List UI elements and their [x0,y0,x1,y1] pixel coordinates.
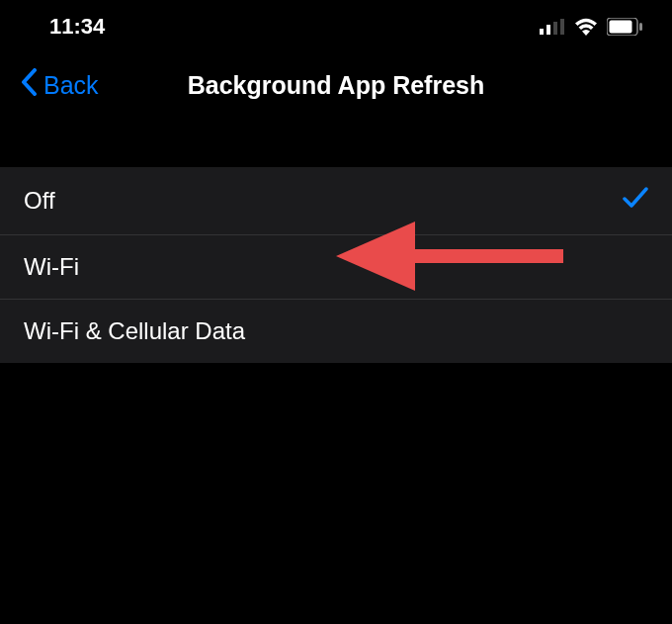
svg-rect-2 [553,22,557,35]
chevron-left-icon [20,67,38,104]
section-spacer [0,118,672,167]
battery-icon [607,18,642,36]
cellular-icon [540,19,565,35]
option-label: Wi-Fi [24,253,79,281]
svg-rect-1 [546,25,550,35]
option-off[interactable]: Off [0,167,672,235]
option-label: Off [24,187,55,215]
svg-rect-3 [560,19,564,35]
status-bar: 11:34 [0,0,672,53]
svg-rect-6 [639,23,642,31]
back-button[interactable]: Back [20,67,99,104]
checkmark-icon [623,185,648,217]
svg-rect-0 [540,29,544,35]
option-label: Wi-Fi & Cellular Data [24,317,245,345]
page-title: Background App Refresh [188,71,485,100]
back-label: Back [43,71,99,100]
svg-rect-5 [610,21,632,34]
nav-bar: Back Background App Refresh [0,53,672,118]
status-icons [540,18,642,36]
option-wifi-cellular[interactable]: Wi-Fi & Cellular Data [0,300,672,363]
option-wifi[interactable]: Wi-Fi [0,235,672,300]
wifi-icon [574,18,598,36]
settings-list: Off Wi-Fi Wi-Fi & Cellular Data [0,167,672,363]
status-time: 11:34 [49,14,105,40]
